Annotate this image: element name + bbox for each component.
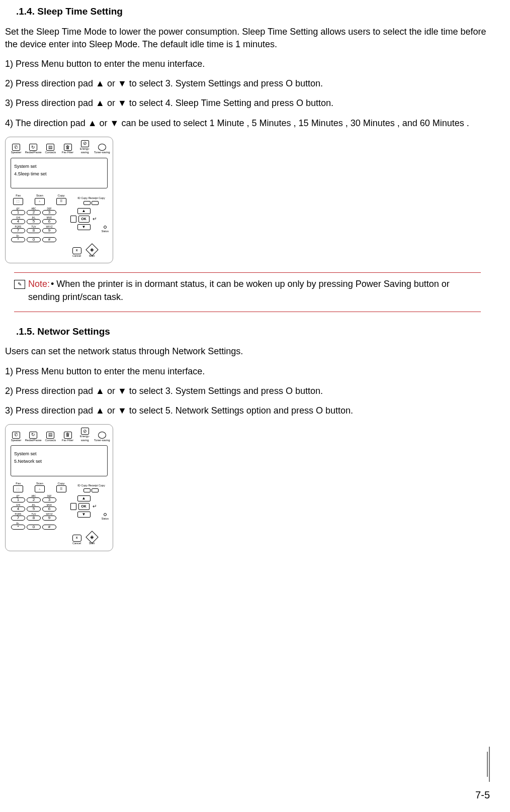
copy-icon: ☰ [56,485,66,492]
step-1-3: 3) Press direction pad ▲ or ▼ to select … [5,97,490,110]
device-panel-1: ✆Speaker ↻Redial/Pause ▤Contacts 🗑Fax Fi… [5,137,113,264]
doc-icon [70,503,76,510]
fax-icon: ⬚ [13,485,23,492]
contacts-icon: ▤ [46,432,54,439]
redial-icon: ↻ [29,432,37,439]
contacts-icon: ▤ [46,144,54,151]
step-2-2: 2) Press direction pad ▲ or ▼ to select … [5,385,490,397]
para-intro-1: Set the Sleep Time Mode to lower the pow… [5,26,490,51]
up-arrow-icon: ▲ [77,208,91,214]
fax-icon: ⬚ [13,198,23,205]
faxfilter-icon: 🗑 [64,144,72,151]
keypad-2: @*:1 ABC2 DEF3 GHI4 JKL5 MNO6 PQRS7 TUV8… [11,495,57,531]
faxfilter-icon: 🗑 [64,432,72,439]
scan-icon: ⟂ [35,198,45,205]
page-number: 7-5 [475,788,490,802]
scan-icon: ⟂ [35,485,45,492]
copy-icon: ☰ [56,198,66,205]
back-icon: ↵ [92,503,98,510]
redial-icon: ↻ [29,144,37,151]
cancel-button: X [72,247,81,254]
step-1-2: 2) Press direction pad ▲ or ▼ to select … [5,77,490,90]
start-button: ◈ [86,531,98,543]
down-arrow-icon: ▼ [77,224,91,230]
speaker-icon: ✆ [12,432,20,439]
down-arrow-icon: ▼ [77,512,91,518]
toner-icon [98,432,106,439]
page-edge-mark [488,747,490,782]
step-1-4: 4) The direction pad ▲ or ▼ can be used … [5,117,490,130]
dpad-2: ▲ OK ↵ ▼ Status [60,495,108,531]
up-arrow-icon: ▲ [77,495,91,501]
para-intro-2: Users can set the network status through… [5,345,490,358]
keypad-1: @*:1 ABC2 DEF3 GHI4 JKL5 MNO6 PQRS7 TUV8… [11,208,57,243]
heading-sleep-time: .1.4. Sleep Time Setting [5,5,490,19]
back-icon: ↵ [92,216,98,223]
step-1-1: 1) Press Menu button to enter the menu i… [5,58,490,70]
note-icon: ✎ [14,280,25,289]
step-2-3: 3) Press direction pad ▲ or ▼ to select … [5,404,490,417]
step-2-1: 1) Press Menu button to enter the menu i… [5,365,490,378]
ok-button: OK [78,503,90,510]
start-button: ◈ [86,243,98,256]
note-block: ✎ Note:• When the printer is in dormant … [14,272,481,312]
lcd-2: System set 5.Network set [11,445,108,476]
dpad-1: ▲ OK ↵ ▼ Status [60,208,108,243]
toner-icon [98,144,106,151]
doc-icon [70,216,76,223]
cancel-button: X [72,535,81,542]
ok-button: OK [78,216,90,223]
heading-network: .1.5. Networ Settings [5,325,490,339]
speaker-icon: ✆ [12,144,20,151]
energy-icon: ⊘ [81,140,89,147]
energy-icon: ⊘ [81,428,89,435]
device-panel-2: ✆Speaker ↻Redial/Pause ▤Contacts 🗑Fax Fi… [5,424,113,551]
lcd-1: System set 4.Sleep time set [11,158,108,188]
